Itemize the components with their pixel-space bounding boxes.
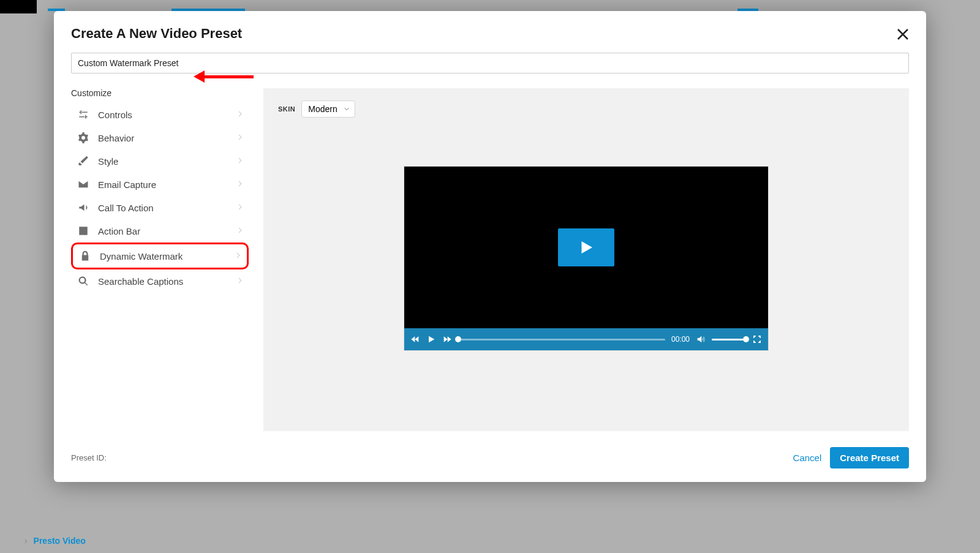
create-preset-button[interactable]: Create Preset (830, 447, 909, 468)
wp-admin-sidebar-fragment (0, 0, 37, 13)
fast-forward-icon (442, 334, 452, 344)
rewind-icon (410, 334, 420, 344)
sidebar-item-style[interactable]: Style (71, 149, 249, 173)
sidebar-heading: Customize (71, 88, 249, 98)
play-button[interactable] (426, 334, 436, 344)
skin-select-value: Modern (308, 104, 337, 114)
chevron-right-icon (236, 179, 244, 190)
sidebar-item-label: Style (98, 156, 236, 167)
sidebar-item-searchable-captions[interactable]: Searchable Captions (71, 269, 249, 293)
chevron-right-icon (236, 156, 244, 167)
breadcrumb-link[interactable]: Presto Video (34, 536, 86, 546)
big-play-button[interactable] (558, 228, 614, 266)
video-player-preview: 00:00 (404, 167, 768, 350)
sidebar-item-label: Call To Action (98, 203, 236, 213)
sidebar-item-dynamic-watermark[interactable]: Dynamic Watermark (71, 243, 249, 269)
chevron-right-icon (235, 250, 242, 261)
skin-select[interactable]: Modern (301, 100, 355, 118)
cancel-button[interactable]: Cancel (785, 448, 831, 468)
fullscreen-icon (752, 334, 762, 344)
sidebar-item-label: Email Capture (98, 179, 236, 190)
megaphone-icon (77, 201, 89, 214)
sidebar-item-controls[interactable]: Controls (71, 103, 249, 126)
modal-title: Create A New Video Preset (71, 26, 909, 42)
lock-icon (79, 250, 91, 262)
preset-name-input[interactable] (71, 53, 909, 73)
sidebar-item-label: Action Bar (98, 226, 236, 236)
sidebar-item-label: Behavior (98, 133, 236, 143)
sidebar-item-label: Dynamic Watermark (100, 251, 235, 261)
preview-panel: SKIN Modern (263, 88, 909, 431)
gear-icon (77, 132, 89, 144)
sidebar-item-label: Controls (98, 110, 236, 120)
sidebar-item-action-bar[interactable]: Action Bar (71, 219, 249, 243)
chevron-down-icon (344, 104, 350, 114)
sidebar-item-email-capture[interactable]: Email Capture (71, 173, 249, 196)
volume-thumb[interactable] (743, 336, 749, 342)
play-icon (577, 238, 595, 257)
close-button[interactable] (892, 23, 914, 48)
volume-icon (696, 334, 706, 344)
sidebar-item-label: Searchable Captions (98, 276, 236, 287)
preset-id-label: Preset ID: (71, 453, 107, 462)
progress-bar[interactable] (458, 339, 665, 340)
chevron-right-icon (236, 202, 244, 213)
chevron-right-icon (236, 276, 244, 287)
create-preset-modal: Create A New Video Preset Customize Cont… (54, 11, 926, 482)
chevron-right-icon (236, 225, 244, 236)
chevron-right-icon (236, 132, 244, 143)
breadcrumb: › Presto Video (21, 536, 86, 546)
progress-thumb[interactable] (455, 336, 461, 342)
volume-slider[interactable] (712, 339, 746, 340)
chevron-right-icon (236, 109, 244, 120)
fullscreen-button[interactable] (752, 334, 762, 344)
volume-button[interactable] (696, 334, 706, 344)
player-time: 00:00 (671, 335, 690, 344)
close-icon (895, 27, 910, 42)
player-controls-bar: 00:00 (404, 328, 768, 350)
brush-icon (77, 155, 89, 167)
search-icon (77, 275, 89, 287)
customize-sidebar: Customize Controls Behavior Style Email … (71, 88, 249, 293)
play-icon (426, 334, 436, 344)
mail-icon (77, 178, 89, 190)
sidebar-item-behavior[interactable]: Behavior (71, 126, 249, 149)
player-canvas[interactable] (404, 167, 768, 328)
chart-icon (77, 225, 89, 237)
fast-forward-button[interactable] (442, 334, 452, 344)
rewind-button[interactable] (410, 334, 420, 344)
sliders-icon (77, 108, 89, 121)
skin-label: SKIN (278, 105, 295, 113)
sidebar-item-call-to-action[interactable]: Call To Action (71, 196, 249, 219)
